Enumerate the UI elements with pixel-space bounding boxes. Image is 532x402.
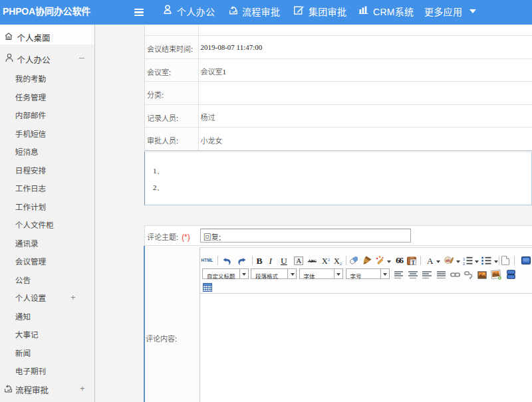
svg-text:T: T: [412, 260, 415, 266]
svg-text:1: 1: [463, 256, 466, 260]
svg-text:ab: ab: [446, 258, 451, 263]
svg-text:2: 2: [463, 261, 466, 265]
